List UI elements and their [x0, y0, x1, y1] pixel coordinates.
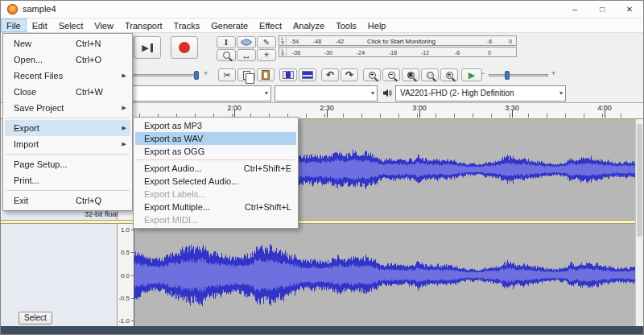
recording-meter-body: Click to Start Monitoring -54-48-42-60 — [287, 36, 516, 45]
zoom-in-button[interactable]: + — [363, 68, 381, 81]
skip-to-end-icon: ▶ — [142, 43, 148, 52]
menu-item-export[interactable]: Export▶ — [5, 120, 130, 136]
menu-item-shortcut: Ctrl+Shift+L — [233, 201, 291, 213]
play-at-speed-button[interactable]: ▶ — [461, 68, 482, 81]
waveform-track-2[interactable] — [134, 224, 635, 326]
recording-meter[interactable]: LR Click to Start Monitoring -54-48-42-6… — [279, 35, 517, 46]
submenu-arrow-icon: ▶ — [122, 136, 126, 152]
time-shift-tool-button[interactable]: ↔ — [237, 49, 256, 61]
speed-slider-thumb[interactable] — [505, 71, 510, 80]
record-icon — [179, 42, 190, 53]
menu-item-label: Export as WAV — [144, 132, 203, 145]
envelope-tool-button[interactable] — [237, 36, 256, 48]
menu-item-page-setup[interactable]: Page Setup... — [5, 156, 130, 172]
scrollbar-thumb[interactable] — [637, 124, 642, 237]
menubar-item-generate[interactable]: Generate — [205, 19, 254, 32]
paste-button[interactable] — [257, 68, 275, 81]
menubar-item-effect[interactable]: Effect — [254, 19, 287, 32]
menu-item-import[interactable]: Import▶ — [5, 136, 130, 152]
skip-to-end-button[interactable]: ▶ — [134, 36, 161, 59]
vertical-ruler[interactable]: 1.00.50.0-0.5-1.0 — [118, 224, 134, 326]
multi-tool-button[interactable]: ✳ — [257, 49, 276, 61]
playback-meter[interactable]: LR -36-30-24-18-12-60 — [279, 47, 517, 57]
menubar-item-tracks[interactable]: Tracks — [168, 19, 206, 32]
speed-slider[interactable] — [489, 74, 548, 77]
ruler-value: 0.5 — [121, 249, 130, 256]
draw-tool-button[interactable]: ✎ — [257, 36, 276, 48]
timeline-label: 2:00 — [227, 104, 242, 112]
mixer-plus-label: + — [204, 70, 208, 77]
menu-item-shortcut: Ctrl+Q — [76, 192, 101, 209]
record-button[interactable] — [171, 36, 198, 59]
menubar-item-transport[interactable]: Transport — [119, 19, 168, 32]
menu-item-open[interactable]: Open...Ctrl+O — [5, 52, 130, 68]
track-control-panel[interactable]: Select — [1, 224, 118, 326]
maximize-button[interactable]: □ — [588, 1, 616, 19]
mixer-slider-thumb[interactable] — [194, 71, 199, 80]
menu-separator — [6, 118, 130, 118]
menu-item-shortcut: Ctrl+W — [76, 84, 103, 100]
menu-item-export-selected-audio[interactable]: Export Selected Audio... — [135, 175, 296, 188]
menu-item-close[interactable]: CloseCtrl+W — [5, 84, 130, 100]
trim-audio-button[interactable] — [279, 68, 297, 81]
close-button[interactable]: ✕ — [616, 1, 643, 19]
menu-item-label: Print... — [14, 176, 39, 185]
ruler-tick — [131, 275, 134, 276]
menu-item-export-as-mp3[interactable]: Export as MP3 — [135, 119, 296, 132]
timeline-tick — [398, 114, 399, 118]
menu-separator — [136, 159, 295, 160]
redo-button[interactable]: ↷ — [341, 68, 358, 81]
trim-audio-icon — [283, 71, 294, 79]
zoom-glyph: + — [370, 72, 374, 78]
menu-item-shortcut: Ctrl+N — [76, 35, 101, 52]
playback-meter-channels: LR — [279, 48, 287, 56]
redo-icon: ↷ — [345, 70, 353, 80]
menu-item-label: Export Labels... — [144, 188, 205, 201]
menu-item-save-project[interactable]: Save Project▶ — [5, 100, 130, 116]
zoom-to-fit-button[interactable]: □ — [421, 68, 439, 81]
timeline-tick — [436, 114, 436, 118]
timeline-tick — [324, 114, 325, 118]
silence-audio-button[interactable] — [299, 68, 316, 81]
zoom-out-button[interactable]: − — [382, 68, 400, 81]
zoom-tool-button[interactable] — [217, 49, 236, 61]
recording-channels-combo[interactable]: ▾ — [275, 85, 378, 101]
selection-tool-icon: I — [225, 38, 228, 47]
paste-icon — [262, 70, 270, 80]
recording-meter-channels: LR — [279, 36, 287, 45]
menubar-item-tools[interactable]: Tools — [330, 19, 362, 32]
menu-item-export-audio[interactable]: Export Audio...Ctrl+Shift+E — [135, 162, 296, 175]
zoom-to-selection-button[interactable]: ▣ — [402, 68, 419, 81]
menubar-item-analyze[interactable]: Analyze — [287, 19, 330, 32]
menubar-item-select[interactable]: Select — [53, 19, 89, 32]
menubar-item-file[interactable]: File — [1, 19, 27, 32]
menubar-item-edit[interactable]: Edit — [27, 19, 53, 32]
vertical-scrollbar[interactable] — [635, 119, 644, 326]
copy-button[interactable] — [237, 68, 255, 81]
menu-item-recent-files[interactable]: Recent Files▶ — [5, 68, 130, 84]
menu-item-print[interactable]: Print... — [5, 172, 130, 188]
menu-item-export-multiple[interactable]: Export Multiple...Ctrl+Shift+L — [135, 201, 296, 213]
timeline-tick — [473, 114, 473, 118]
playback-device-combo[interactable]: VA2201-FHD (2- High Definition▾ — [395, 85, 566, 101]
menubar-item-view[interactable]: View — [89, 19, 119, 32]
selection-tool-button[interactable]: I — [217, 36, 236, 48]
timeline-tick — [491, 114, 492, 118]
menu-item-exit[interactable]: ExitCtrl+Q — [5, 192, 130, 209]
cut-button[interactable]: ✂ — [218, 68, 236, 81]
playback-device-value: VA2201-FHD (2- High Definition — [400, 89, 514, 97]
menu-item-new[interactable]: NewCtrl+N — [5, 35, 130, 52]
meter-scale-label: -36 — [292, 49, 300, 55]
zoom-toggle-button[interactable]: ± — [440, 68, 458, 81]
minimize-button[interactable]: – — [561, 1, 588, 19]
menubar-item-help[interactable]: Help — [362, 19, 392, 32]
meter-channel-label: R — [279, 41, 286, 45]
timeline-tick — [565, 114, 566, 118]
timeline-label: 3:30 — [505, 104, 519, 112]
menubar: FileEditSelectViewTransportTracksGenerat… — [1, 19, 643, 33]
select-button[interactable]: Select — [19, 312, 52, 325]
menu-item-export-as-ogg[interactable]: Export as OGG — [135, 145, 296, 158]
menu-item-label: Exit — [14, 196, 28, 205]
undo-button[interactable]: ↶ — [321, 68, 339, 81]
menu-item-export-as-wav[interactable]: Export as WAV — [135, 132, 296, 145]
